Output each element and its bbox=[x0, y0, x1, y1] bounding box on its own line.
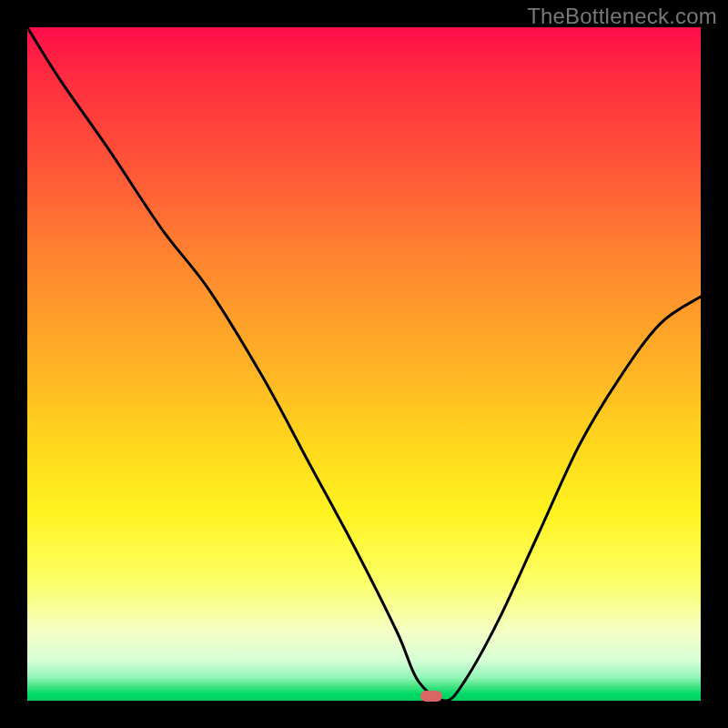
plot-area bbox=[27, 27, 701, 701]
chart-frame: TheBottleneck.com bbox=[0, 0, 728, 728]
watermark-label: TheBottleneck.com bbox=[527, 4, 717, 29]
bottleneck-curve bbox=[27, 27, 701, 701]
optimal-marker bbox=[420, 691, 442, 702]
